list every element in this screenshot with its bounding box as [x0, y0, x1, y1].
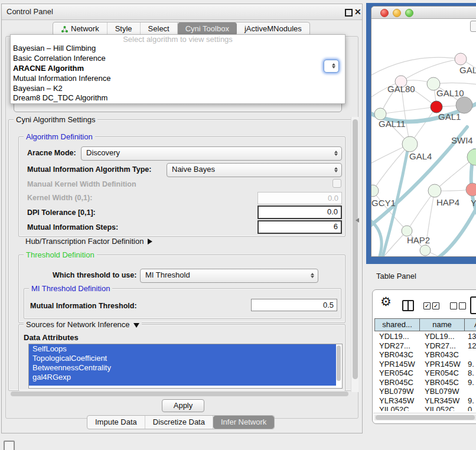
network-node-unnamed-gray[interactable]	[456, 97, 472, 113]
table-cell: YPR145W	[379, 360, 415, 369]
mi-threshold-input[interactable]: 0.5	[251, 299, 337, 311]
attribute-list-item-clipped[interactable]	[29, 382, 336, 386]
mi-type-label: Mutual Information Algorithm Type:	[27, 165, 151, 174]
algorithm-popup-item[interactable]: Bayesian – Hill Climbing	[11, 44, 345, 54]
hub-definition-toggle[interactable]: Hub/Transcription Factor Definition	[25, 237, 152, 246]
network-canvas[interactable]: GALGAL80GAL10GAL1GAL11SWI4GAL4GCY1HAP4YH…	[371, 19, 476, 256]
node-label: HAP4	[436, 197, 459, 207]
network-node-gal-top[interactable]	[455, 53, 467, 65]
scrollbar-thumb[interactable]	[353, 119, 358, 379]
tab-discretize-data[interactable]: Discretize Data	[145, 416, 213, 429]
table-cell: YIL052C	[379, 405, 409, 411]
tab-infer-network[interactable]: Infer Network	[213, 416, 274, 429]
network-edge[interactable]	[380, 107, 436, 114]
column-header[interactable]: A	[464, 318, 476, 331]
splitpane-grip-icon[interactable]	[356, 218, 359, 223]
network-window-titlebar	[371, 6, 476, 19]
column-header[interactable]: name	[419, 318, 464, 331]
network-node-salmon[interactable]	[466, 183, 476, 196]
settings-horizontal-scrollbar[interactable]	[9, 391, 351, 397]
control-panel-title: Control Panel	[6, 7, 53, 16]
attribute-list-item[interactable]: TopologicalCoefficient	[29, 354, 336, 363]
network-node-gal11[interactable]	[374, 108, 386, 120]
manual-kernel-checkbox[interactable]	[332, 179, 341, 188]
algorithm-popup-item[interactable]: ARACNE Algorithm	[11, 64, 345, 74]
table-cell: 0.	[468, 405, 474, 411]
network-node-gcy1[interactable]	[371, 185, 379, 197]
network-node-gal1[interactable]	[431, 101, 442, 113]
scrollbar-thumb[interactable]	[376, 415, 475, 420]
tab-cyni-toolbox[interactable]: Cyni Toolbox	[178, 22, 237, 35]
float-window-icon[interactable]	[345, 9, 353, 17]
table-horizontal-scrollbar[interactable]	[374, 415, 476, 420]
mi-threshold-group-title: MI Threshold Definition	[29, 284, 112, 293]
mi-steps-input[interactable]: 6	[257, 220, 342, 234]
list-scrollbar-thumb[interactable]	[337, 345, 341, 381]
spinner-arrows-icon	[334, 151, 338, 156]
table-row[interactable]: YDL19...YDL19...13	[374, 332, 476, 341]
spinner-arrows-icon	[334, 167, 338, 172]
table-row[interactable]: YLR345WYLR345W9.	[374, 396, 476, 406]
function-builder-icon[interactable]	[470, 296, 476, 314]
control-panel-window: Control Panel ✕ NetworkStyleSelectCyni T…	[1, 4, 363, 433]
algorithm-popup-item[interactable]: Mutual Information Inference	[11, 74, 345, 84]
table-body[interactable]: YDL19...YDL19...13YDR27...YDR27...12YBR0…	[374, 332, 476, 411]
select-all-columns-icon[interactable]: ✓✓	[423, 302, 439, 309]
node-label: GAL1	[438, 112, 461, 122]
table-row[interactable]: YBL079WYBL079W	[374, 387, 476, 396]
tab-select[interactable]: Select	[141, 22, 178, 35]
table-row[interactable]: YBR043CYBR043C	[374, 350, 476, 360]
birdseye-button[interactable]	[470, 21, 476, 32]
table-row[interactable]: YBR045CYBR045C9.	[374, 378, 476, 387]
settings-vertical-scrollbar[interactable]	[351, 117, 358, 392]
which-threshold-select[interactable]: MI Threshold	[140, 269, 318, 283]
mi-type-select[interactable]: Naive Bayes	[167, 163, 342, 177]
manual-kernel-label: Manual Kernel Width Definition	[27, 180, 136, 188]
attribute-list-item[interactable]: SelfLoops	[29, 344, 336, 354]
network-edge[interactable]	[371, 57, 461, 75]
network-node-gal4[interactable]	[402, 136, 418, 152]
mi-threshold-label: Mutual Information Threshold:	[30, 302, 137, 310]
table-cell: 13	[468, 332, 476, 341]
column-header[interactable]: shared...	[374, 318, 419, 331]
threshold-definition-title: Threshold Definition	[24, 250, 97, 259]
tab-label: Discretize Data	[153, 416, 205, 429]
network-edge[interactable]	[407, 191, 435, 231]
table-row[interactable]: YER054CYER054C8.	[374, 369, 476, 378]
table-row[interactable]: YPR145WYPR145W9.	[374, 360, 476, 369]
sources-toggle[interactable]: Sources for Network Inference	[24, 320, 142, 329]
columns-icon[interactable]	[402, 300, 414, 311]
tab-impute-data[interactable]: Impute Data	[87, 416, 145, 429]
table-row[interactable]: YIL052CYIL052C0.	[374, 405, 476, 411]
table-cell: 9.	[468, 378, 474, 387]
algorithm-popup-item[interactable]: Basic Correlation Inference	[11, 54, 345, 64]
which-threshold-value: MI Threshold	[145, 270, 190, 279]
scrollbar-thumb[interactable]	[11, 392, 348, 396]
close-traffic-light-icon[interactable]	[380, 9, 389, 17]
tab-jactivemnodules[interactable]: jActiveMNodules	[237, 22, 309, 35]
minimized-panel-icon[interactable]	[4, 441, 15, 450]
deselect-all-columns-icon[interactable]	[450, 302, 466, 309]
zoom-traffic-light-icon[interactable]	[405, 9, 413, 17]
attribute-list-item[interactable]: BetweennessCentrality	[29, 363, 336, 373]
network-node-unnamed-green[interactable]	[420, 245, 431, 256]
tab-label: Cyni Toolbox	[185, 22, 229, 35]
network-node-hap4[interactable]	[428, 184, 441, 197]
tab-style[interactable]: Style	[107, 22, 141, 35]
collapsed-arrow-icon	[148, 239, 152, 244]
algorithm-popup-prompt: Select algorithm to view settings	[11, 35, 345, 44]
table-row[interactable]: YDR27...YDR27...12	[374, 341, 476, 351]
aracne-mode-select[interactable]: Discovery	[81, 146, 342, 161]
apply-button[interactable]: Apply	[162, 399, 204, 412]
minimize-traffic-light-icon[interactable]	[393, 9, 401, 17]
attribute-list-item[interactable]: gal4RGexp	[29, 373, 336, 382]
gear-icon[interactable]: ⚙	[380, 295, 392, 309]
tab-network[interactable]: Network	[53, 22, 107, 35]
network-edge-thick[interactable]	[371, 219, 382, 256]
dpi-tolerance-input[interactable]: 0.0	[257, 206, 342, 219]
algorithm-popup-item[interactable]: Dream8 DC_TDC Algorithm	[11, 93, 345, 103]
kernel-width-input[interactable]: 0.0	[257, 192, 342, 204]
close-icon[interactable]: ✕	[354, 7, 361, 17]
data-attributes-list[interactable]: SelfLoopsTopologicalCoefficientBetweenne…	[28, 344, 343, 389]
algorithm-popup-item[interactable]: Bayesian – K2	[11, 84, 345, 94]
